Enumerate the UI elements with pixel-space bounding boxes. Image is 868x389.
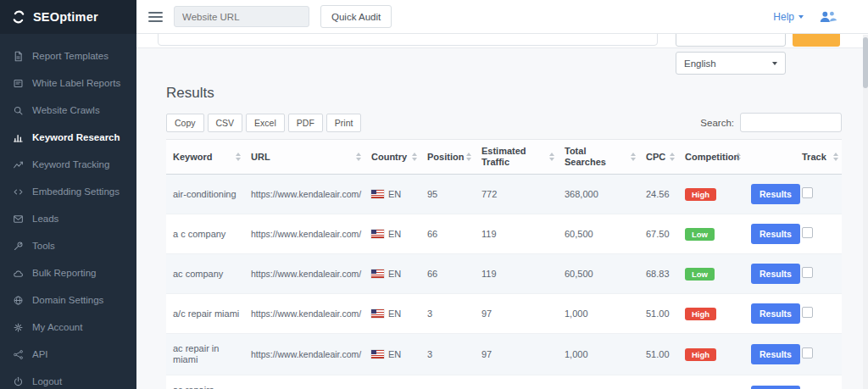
sidebar-item-tools[interactable]: Tools [0, 232, 136, 259]
help-menu[interactable]: Help [773, 11, 804, 23]
brand-logo[interactable]: SEOptimer [0, 0, 136, 34]
sidebar-item-label: Tools [32, 241, 55, 251]
total-searches-cell: 368,000 [558, 175, 639, 214]
report-templates-icon [12, 50, 24, 62]
users-icon[interactable] [819, 10, 837, 23]
sidebar-item-domain-settings[interactable]: Domain Settings [0, 286, 136, 314]
cpc-cell: 51.00 [639, 375, 678, 389]
export-copy-button[interactable]: Copy [166, 114, 204, 132]
leads-icon [12, 213, 24, 225]
cpc-cell: 24.56 [639, 175, 678, 214]
results-button[interactable]: Results [751, 344, 800, 364]
app: SEOptimer Report TemplatesWhite Label Re… [0, 0, 868, 389]
track-checkbox[interactable] [802, 347, 813, 358]
export-excel-button[interactable]: Excel [246, 114, 285, 132]
top-form-box[interactable] [676, 34, 786, 47]
table-row: ac repairs miamihttps://www.kendaleair.c… [166, 375, 842, 389]
country-cell: EN [364, 334, 420, 375]
column-header-label: CPC [646, 152, 665, 162]
sidebar-item-white-label-reports[interactable]: White Label Reports [0, 69, 136, 97]
results-cell: Results [744, 375, 795, 389]
tools-icon [12, 240, 24, 252]
sidebar-item-keyword-research[interactable]: Keyword Research [0, 124, 136, 151]
estimated-traffic-cell: 772 [475, 175, 558, 214]
sidebar-item-label: Keyword Research [32, 132, 120, 142]
url-cell: https://www.kendaleair.com/ [244, 334, 364, 375]
column-header-competition[interactable]: Competition [678, 140, 744, 175]
language-select[interactable]: English [676, 52, 786, 75]
submit-button[interactable] [793, 34, 840, 47]
position-cell: 3 [420, 294, 475, 334]
estimated-traffic-cell: 119 [475, 254, 558, 294]
sidebar-item-website-crawls[interactable]: Website Crawls [0, 97, 136, 124]
hamburger-menu-icon[interactable] [148, 12, 163, 22]
sidebar-item-label: Keyword Tracking [32, 159, 109, 169]
results-button[interactable]: Results [751, 224, 800, 244]
sidebar-item-label: Logout [32, 376, 62, 386]
sidebar-item-label: My Account [32, 322, 82, 332]
column-header-label: Estimated Traffic [481, 146, 546, 168]
competition-badge: High [685, 188, 716, 202]
sidebar-item-report-templates[interactable]: Report Templates [0, 42, 136, 69]
search-input[interactable] [740, 113, 842, 132]
results-button[interactable]: Results [751, 386, 800, 389]
quick-audit-button[interactable]: Quick Audit [320, 5, 392, 28]
column-header-url[interactable]: URL [244, 140, 364, 175]
export-buttons: CopyCSVExcelPDFPrint [166, 114, 364, 132]
results-button[interactable]: Results [751, 264, 800, 284]
sort-icon [412, 153, 417, 161]
sidebar-item-my-account[interactable]: My Account [0, 314, 136, 341]
track-checkbox[interactable] [802, 307, 813, 318]
track-checkbox[interactable] [802, 227, 813, 238]
table-row: a c companyhttps://www.kendaleair.com/EN… [166, 214, 842, 254]
sort-icon [736, 153, 741, 161]
sidebar-item-embedding-settings[interactable]: Embedding Settings [0, 178, 136, 205]
export-csv-button[interactable]: CSV [208, 114, 243, 132]
chevron-down-icon [798, 15, 804, 19]
export-print-button[interactable]: Print [326, 114, 362, 132]
competition-badge: High [685, 348, 716, 362]
column-header-cpc[interactable]: CPC [639, 140, 678, 175]
export-pdf-button[interactable]: PDF [288, 114, 323, 132]
scrollbar-thumb[interactable] [863, 37, 868, 88]
estimated-traffic-cell: 97 [475, 334, 558, 375]
results-title: Results [166, 85, 214, 102]
top-form-input[interactable] [158, 34, 658, 46]
bulk-reporting-icon [12, 267, 24, 279]
sidebar-item-logout[interactable]: Logout [0, 368, 136, 389]
domain-settings-icon [12, 294, 24, 306]
country-cell: EN [364, 254, 420, 294]
topbar: Quick Audit Help [136, 0, 868, 34]
column-header-estimated-traffic[interactable]: Estimated Traffic [475, 140, 558, 175]
us-flag-icon [371, 309, 384, 318]
competition-cell: Low [678, 214, 744, 254]
track-checkbox[interactable] [802, 267, 813, 278]
results-button[interactable]: Results [751, 184, 800, 204]
column-header-label: Keyword [173, 152, 212, 162]
column-header-country[interactable]: Country [364, 140, 420, 175]
website-url-input[interactable] [174, 6, 309, 27]
us-flag-icon [371, 350, 384, 358]
sidebar-item-api[interactable]: API [0, 341, 136, 368]
sidebar-item-bulk-reporting[interactable]: Bulk Reporting [0, 259, 136, 286]
cpc-cell: 51.00 [639, 294, 678, 334]
sidebar-item-leads[interactable]: Leads [0, 205, 136, 232]
column-header-keyword[interactable]: Keyword [166, 140, 244, 175]
scrollbar[interactable] [863, 35, 868, 389]
keyword-cell: air-conditioning [166, 175, 244, 214]
column-header-total-searches[interactable]: Total Searches [558, 140, 639, 175]
table-toolbar: CopyCSVExcelPDFPrint Search: [166, 113, 842, 132]
brand-name: SEOptimer [33, 10, 98, 24]
estimated-traffic-cell: 119 [475, 214, 558, 254]
column-header-position[interactable]: Position [420, 140, 475, 175]
column-header-label: Position [427, 152, 464, 162]
results-button[interactable]: Results [751, 303, 800, 324]
track-checkbox[interactable] [802, 187, 813, 198]
sidebar-item-label: White Label Reports [32, 78, 120, 88]
sidebar-item-label: Domain Settings [32, 295, 103, 305]
topbar-right: Help [773, 10, 856, 23]
us-flag-icon [371, 270, 384, 278]
column-header-track[interactable]: Track [795, 140, 842, 175]
country-code: EN [388, 229, 401, 239]
sidebar-item-keyword-tracking[interactable]: Keyword Tracking [0, 151, 136, 178]
